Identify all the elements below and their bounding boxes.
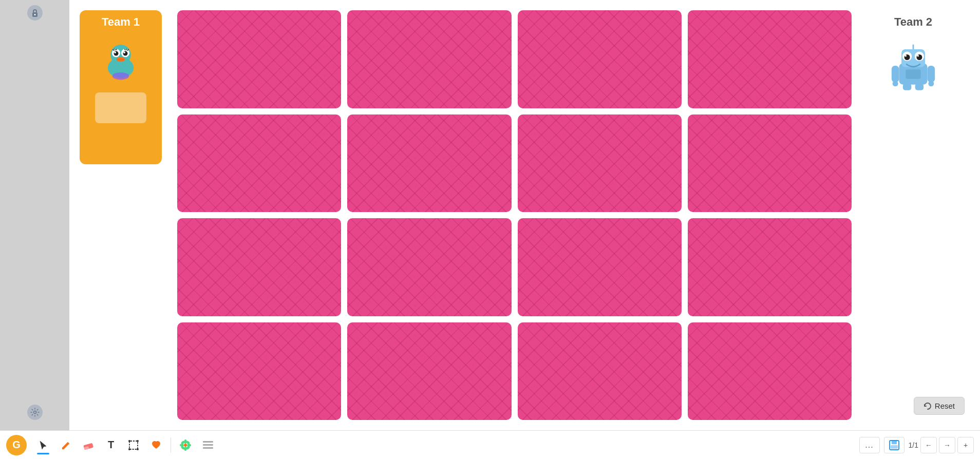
svg-point-8 bbox=[114, 51, 119, 56]
svg-point-9 bbox=[114, 52, 116, 54]
content-area: Team 1 bbox=[69, 0, 980, 430]
card-8[interactable] bbox=[688, 114, 852, 213]
card-12[interactable] bbox=[688, 218, 852, 316]
team2-panel: Team 2 bbox=[882, 15, 944, 97]
svg-rect-54 bbox=[203, 447, 213, 449]
pencil-tool-button[interactable] bbox=[55, 435, 76, 455]
lock-icon[interactable] bbox=[27, 5, 43, 21]
team2-title: Team 2 bbox=[894, 15, 932, 29]
heart-tool-button[interactable] bbox=[146, 435, 166, 455]
svg-point-5 bbox=[112, 72, 129, 80]
card-2[interactable] bbox=[347, 10, 511, 108]
reset-button[interactable]: Reset bbox=[914, 397, 965, 415]
svg-point-40 bbox=[137, 440, 139, 442]
svg-point-43 bbox=[184, 444, 187, 447]
svg-rect-35 bbox=[915, 84, 924, 90]
svg-rect-24 bbox=[928, 66, 935, 82]
card-4[interactable] bbox=[688, 10, 852, 108]
card-6[interactable] bbox=[347, 114, 511, 213]
brand-letter: G bbox=[12, 439, 21, 451]
flower-icon bbox=[180, 439, 191, 451]
card-16[interactable] bbox=[688, 322, 852, 420]
card-1[interactable] bbox=[177, 10, 341, 108]
cursor-icon bbox=[38, 440, 48, 450]
svg-point-39 bbox=[128, 440, 130, 442]
card-5[interactable] bbox=[177, 114, 341, 213]
brand-button[interactable]: G bbox=[6, 435, 27, 455]
svg-point-1 bbox=[34, 14, 35, 15]
save-button[interactable] bbox=[884, 437, 904, 453]
card-3[interactable] bbox=[518, 10, 682, 108]
svg-point-25 bbox=[893, 81, 898, 86]
text-icon: T bbox=[108, 439, 114, 451]
svg-point-11 bbox=[123, 52, 125, 54]
cursor-tool-button[interactable] bbox=[33, 435, 53, 455]
team1-panel: Team 1 bbox=[80, 10, 162, 164]
next-icon: → bbox=[944, 441, 951, 449]
svg-rect-56 bbox=[892, 441, 897, 444]
more-label: ... bbox=[865, 441, 873, 450]
eraser-tool-button[interactable] bbox=[78, 435, 99, 455]
select-tool-button[interactable] bbox=[123, 435, 144, 455]
svg-point-30 bbox=[905, 55, 907, 57]
page-navigation: 1/1 ← → + bbox=[909, 437, 974, 453]
team1-title: Team 1 bbox=[102, 15, 140, 29]
pencil-icon bbox=[61, 440, 71, 450]
svg-point-41 bbox=[128, 448, 130, 450]
settings-icon[interactable] bbox=[27, 405, 43, 420]
card-15[interactable] bbox=[518, 322, 682, 420]
svg-rect-57 bbox=[891, 445, 898, 449]
right-panel: Team 2 bbox=[857, 10, 970, 420]
card-10[interactable] bbox=[347, 218, 511, 316]
toolbar-separator-1 bbox=[171, 437, 171, 453]
reset-icon bbox=[924, 402, 932, 410]
eraser-icon bbox=[83, 440, 94, 450]
svg-point-2 bbox=[33, 411, 36, 414]
svg-rect-53 bbox=[203, 444, 213, 446]
add-page-button[interactable]: + bbox=[957, 437, 974, 453]
svg-rect-23 bbox=[892, 66, 899, 82]
svg-rect-52 bbox=[203, 441, 213, 443]
svg-point-26 bbox=[928, 81, 934, 86]
main-area: Team 1 bbox=[0, 0, 980, 430]
team2-avatar bbox=[882, 35, 944, 97]
toolbar-right: ... 1/1 ← → + bbox=[859, 437, 974, 453]
prev-page-button[interactable]: ← bbox=[920, 437, 937, 453]
team1-avatar bbox=[95, 33, 146, 84]
svg-point-32 bbox=[917, 55, 919, 57]
save-icon bbox=[889, 439, 900, 451]
card-11[interactable] bbox=[518, 218, 682, 316]
reset-label: Reset bbox=[935, 401, 955, 410]
list-tool-button[interactable] bbox=[198, 435, 218, 455]
team1-score-box bbox=[95, 92, 146, 123]
svg-rect-33 bbox=[906, 69, 920, 79]
bottom-toolbar: G T bbox=[0, 430, 980, 459]
list-icon bbox=[202, 440, 214, 450]
heart-icon bbox=[150, 440, 162, 450]
cards-grid bbox=[172, 10, 857, 420]
left-sidebar bbox=[0, 0, 69, 430]
more-button[interactable]: ... bbox=[859, 437, 880, 453]
prev-icon: ← bbox=[925, 441, 932, 449]
text-tool-button[interactable]: T bbox=[101, 435, 121, 455]
select-icon bbox=[128, 440, 139, 450]
card-13[interactable] bbox=[177, 322, 341, 420]
svg-rect-38 bbox=[129, 441, 138, 449]
add-icon: + bbox=[964, 441, 968, 449]
svg-rect-34 bbox=[903, 84, 912, 90]
card-9[interactable] bbox=[177, 218, 341, 316]
page-number-display: 1/1 bbox=[909, 441, 918, 449]
svg-point-10 bbox=[123, 51, 128, 56]
card-7[interactable] bbox=[518, 114, 682, 213]
svg-point-42 bbox=[137, 448, 139, 450]
card-14[interactable] bbox=[347, 322, 511, 420]
next-page-button[interactable]: → bbox=[939, 437, 955, 453]
flower-tool-button[interactable] bbox=[175, 435, 196, 455]
